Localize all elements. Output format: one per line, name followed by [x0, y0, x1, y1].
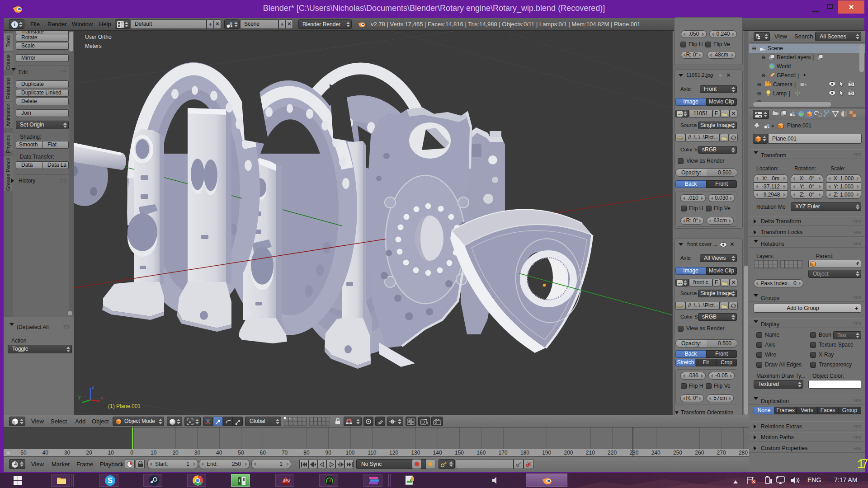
svg-text:User Ortho: User Ortho [85, 34, 112, 40]
svg-text:x: x [100, 395, 103, 400]
svg-text:(1) Plane.001: (1) Plane.001 [108, 403, 141, 409]
svg-text:Meters: Meters [85, 43, 102, 49]
svg-text:y: y [78, 394, 81, 399]
svg-text:z: z [92, 384, 94, 389]
svg-text:GPU: GPU [283, 479, 290, 482]
